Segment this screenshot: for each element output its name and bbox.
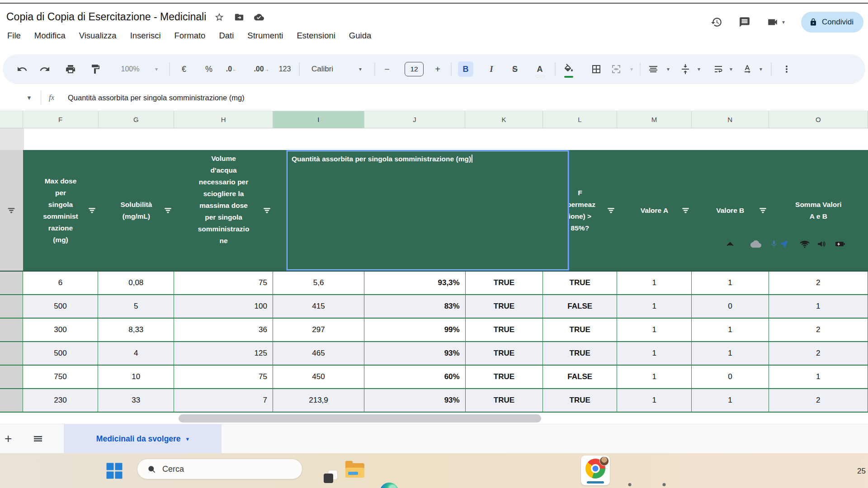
text-rotation-button[interactable]: [742, 64, 753, 75]
header-cell-partial[interactable]: [0, 150, 23, 271]
data-cell[interactable]: 2: [769, 342, 868, 366]
bold-button[interactable]: B: [458, 61, 473, 77]
filter-icon[interactable]: [263, 207, 271, 213]
data-cell[interactable]: [0, 366, 23, 389]
sheet-tab-caret-icon[interactable]: ▾: [186, 436, 189, 442]
format-currency-button[interactable]: €: [182, 65, 186, 74]
data-cell[interactable]: FALSE: [543, 366, 617, 389]
volume-tray-button[interactable]: [816, 239, 827, 249]
menu-formato[interactable]: Formato: [175, 31, 206, 41]
format-percent-button[interactable]: %: [205, 65, 212, 74]
share-button[interactable]: Condividi: [801, 12, 863, 33]
data-cell[interactable]: [0, 389, 23, 413]
data-cell[interactable]: FALSE: [543, 295, 617, 319]
data-cell[interactable]: 465: [273, 342, 364, 366]
meet-button[interactable]: ▾: [767, 16, 785, 28]
data-cell[interactable]: 0: [692, 366, 769, 389]
data-cell[interactable]: 500: [23, 342, 99, 366]
data-cell[interactable]: TRUE: [466, 295, 543, 319]
chrome-button-active[interactable]: [581, 455, 610, 485]
data-cell[interactable]: 750: [23, 366, 99, 389]
cloud-saved-icon[interactable]: [254, 12, 264, 22]
more-formats-button[interactable]: 123: [279, 65, 291, 73]
comments-icon[interactable]: [739, 16, 750, 28]
data-cell[interactable]: 450: [273, 366, 364, 389]
data-cell[interactable]: TRUE: [466, 319, 543, 342]
data-cell[interactable]: TRUE: [543, 342, 617, 366]
data-cell[interactable]: 75: [174, 272, 273, 295]
header-cell-valore-b[interactable]: Valore B: [692, 150, 769, 271]
star-icon[interactable]: [214, 12, 224, 22]
data-cell[interactable]: 1: [692, 319, 769, 342]
font-select[interactable]: Calibri: [311, 65, 333, 74]
all-sheets-menu-icon[interactable]: [33, 433, 43, 444]
data-cell[interactable]: 1: [769, 295, 868, 319]
data-cell[interactable]: TRUE: [466, 272, 543, 295]
filter-icon[interactable]: [759, 207, 767, 213]
data-cell[interactable]: 4: [98, 342, 174, 366]
data-cell[interactable]: 75: [174, 366, 273, 389]
column-header-O[interactable]: O: [769, 111, 868, 128]
data-cell[interactable]: 36: [174, 319, 273, 342]
data-cell[interactable]: 93,3%: [364, 272, 466, 295]
menu-visualizza[interactable]: Visualizza: [79, 31, 117, 41]
name-box-caret-icon[interactable]: ▼: [26, 94, 32, 101]
column-header-F[interactable]: F: [23, 111, 99, 128]
column-header-K[interactable]: K: [465, 111, 543, 128]
header-cell-solubilita[interactable]: Solubilità (mg/mL): [98, 150, 174, 271]
menu-inserisci[interactable]: Inserisci: [130, 31, 161, 41]
edge-button[interactable]: [378, 481, 400, 488]
data-cell[interactable]: 213,9: [273, 389, 364, 413]
document-title[interactable]: Copia di Copia di Esercitazione - Medici…: [6, 11, 206, 23]
data-cell[interactable]: 100: [174, 295, 273, 319]
data-cell[interactable]: 1: [617, 319, 692, 342]
menu-guida[interactable]: Guida: [349, 31, 371, 41]
formula-input[interactable]: Quantità assorbita per singola somminist…: [68, 93, 245, 102]
data-cell[interactable]: 1: [692, 389, 769, 413]
data-cell[interactable]: TRUE: [466, 342, 543, 366]
data-cell[interactable]: 1: [692, 342, 769, 366]
menu-estensioni[interactable]: Estensioni: [297, 31, 335, 41]
move-to-folder-icon[interactable]: [234, 12, 244, 22]
data-cell[interactable]: TRUE: [466, 389, 543, 413]
print-button[interactable]: [65, 64, 76, 75]
header-cell-volume-acqua[interactable]: Volume d'acqua necessario per sciogliere…: [174, 150, 273, 271]
data-cell[interactable]: 5,6: [273, 272, 364, 295]
text-wrap-button[interactable]: [713, 64, 724, 75]
taskbar-search[interactable]: Cerca: [137, 459, 302, 479]
borders-button[interactable]: [591, 64, 602, 75]
italic-button[interactable]: I: [490, 65, 493, 74]
row-above-table[interactable]: [0, 128, 868, 150]
data-cell[interactable]: TRUE: [543, 319, 617, 342]
menu-file[interactable]: File: [7, 31, 21, 41]
data-cell[interactable]: 1: [617, 272, 692, 295]
data-cell[interactable]: [0, 295, 23, 319]
data-cell[interactable]: 93%: [364, 389, 466, 413]
column-header-J[interactable]: J: [364, 111, 465, 128]
filter-icon[interactable]: [8, 207, 15, 213]
font-size-input[interactable]: 12: [405, 62, 424, 76]
column-header-M[interactable]: M: [617, 111, 692, 128]
data-cell[interactable]: 99%: [364, 319, 466, 342]
data-cell[interactable]: [0, 272, 23, 295]
strikethrough-button[interactable]: S: [512, 65, 518, 74]
data-cell[interactable]: 5: [98, 295, 174, 319]
paint-format-button[interactable]: [90, 64, 101, 75]
data-cell[interactable]: [0, 319, 23, 342]
horizontal-scrollbar[interactable]: [179, 414, 541, 422]
data-cell[interactable]: 2: [769, 319, 868, 342]
data-cell[interactable]: TRUE: [466, 366, 543, 389]
decrease-decimal-button[interactable]: .0←: [226, 65, 237, 73]
sheet-tab-active[interactable]: Medicinali da svolgere ▾: [64, 424, 222, 453]
filter-icon[interactable]: [88, 207, 96, 213]
data-cell[interactable]: 415: [273, 295, 364, 319]
data-cell[interactable]: 8,33: [98, 319, 174, 342]
data-cell[interactable]: 33: [98, 389, 174, 413]
onedrive-tray-button[interactable]: [750, 239, 761, 249]
header-cell-somma-valori[interactable]: Somma Valori A e B: [769, 150, 868, 271]
data-cell[interactable]: 125: [174, 342, 273, 366]
column-header-L[interactable]: L: [543, 111, 617, 128]
data-cell[interactable]: 1: [692, 272, 769, 295]
more-options-icon[interactable]: [781, 64, 792, 75]
menu-modifica[interactable]: Modifica: [34, 31, 66, 41]
